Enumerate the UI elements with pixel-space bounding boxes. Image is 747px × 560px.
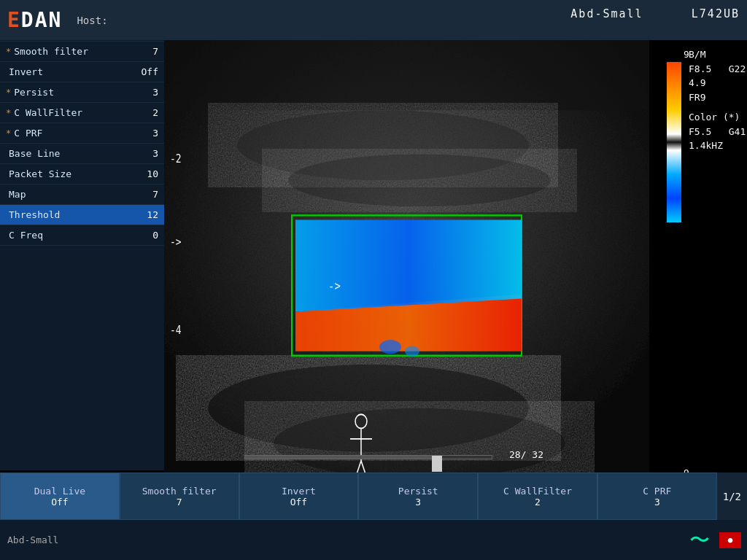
sidebar-item-c-freq[interactable]: C Freq0 [0,225,164,246]
menu-item-label: Smooth filter [14,46,136,57]
color-bar-container [667,47,681,480]
bottom-bar: Abd-Small 〜 ● [0,520,747,560]
f-value: F8.5 [689,63,711,74]
toolbar-btn-invert[interactable]: InvertOff [239,472,359,520]
depth-row: 4.9 FR9 [689,76,747,104]
sidebar-item-threshold[interactable]: Threshold12 [0,205,164,225]
svg-rect-3 [164,40,649,110]
menu-item-label: Invert [9,66,136,77]
toolbar-btn-value: 7 [177,497,182,508]
menu-item-value: 12 [136,209,158,220]
toolbar-btn-value: 2 [535,497,541,508]
toolbar-btn-label: Invert [282,486,316,497]
color-freq-row: F5.5 G41 [689,125,747,139]
wave-icon: 〜 [689,526,719,554]
probe-name: Abd-Small [570,7,643,20]
fr-value: FR9 [689,92,705,103]
sidebar-item-invert[interactable]: InvertOff [0,62,164,82]
sidebar-item-smooth-filter[interactable]: *Smooth filter7 [0,42,164,62]
menu-item-label: C PRF [14,128,136,139]
toolbar-btn-label: Persist [398,486,438,497]
svg-text:-4: -4 [170,324,182,336]
color-scale: 9 9 B/M F8.5 G22 4.9 FR9 Color (*) F5.5 … [663,40,747,487]
depth-slider-area[interactable]: 28/ 32 [244,449,492,465]
toolbar-btn-label: Smooth filter [142,486,217,497]
bottom-probe-label: Abd-Small [0,534,88,545]
probe-info: Abd-Small L742UB [570,7,740,20]
freq2-value: 1.4kHZ [689,140,723,151]
sidebar-item-packet-size[interactable]: Packet Size10 [0,164,164,184]
toolbar-btn-label: Dual Live [34,486,85,497]
menu-item-label: Map [9,189,136,200]
toolbar-btn-c-prf[interactable]: C PRF3 [597,472,717,520]
toolbar-btn-c-wallfilter[interactable]: C WallFilter2 [478,472,597,520]
toolbar-btn-smooth-filter[interactable]: Smooth filter7 [120,472,239,520]
freq2-row: 1.4kHZ [689,139,747,153]
depth-slider-value: 28/ 32 [509,449,543,460]
menu-item-label: C Freq [9,230,136,241]
svg-text:->: -> [328,279,341,293]
toolbar: Dual LiveOffSmooth filter7InvertOffPersi… [0,472,747,520]
menu-item-label: C WallFilter [14,107,136,118]
top-bar: EDAN Host: Abd-Small L742UB [0,0,747,40]
toolbar-page: 1/2 [717,472,747,520]
g-value: G22 [729,63,746,74]
menu-item-value: 3 [136,148,158,159]
host-label: Host: [77,15,107,26]
menu-item-value: 10 [136,168,158,179]
menu-item-value: 7 [136,46,158,57]
star-indicator: * [6,88,11,98]
cf-value: F5.5 [689,126,711,137]
color-label-row: Color (*) [689,110,747,125]
toolbar-btn-dual-live[interactable]: Dual LiveOff [0,472,120,520]
depth-slider-thumb[interactable] [432,456,442,472]
menu-item-label: Persist [14,87,136,98]
info-panel: B/M F8.5 G22 4.9 FR9 Color (*) F5.5 G41 … [689,47,747,153]
toolbar-btn-persist[interactable]: Persist3 [358,472,478,520]
mode-text: B/M [689,49,705,60]
toolbar-btn-value: 3 [415,497,421,508]
toolbar-btn-value: 3 [654,497,660,508]
menu-item-value: 7 [136,189,158,200]
depth-slider-track[interactable] [244,455,492,459]
svg-marker-10 [295,219,522,311]
depth-slider-fill [245,456,442,459]
toolbar-btn-label: C PRF [643,486,671,497]
depth-value-label: 4.9 [689,77,705,88]
color-mode-label: Color (*) [689,112,740,122]
svg-text:->: -> [170,236,182,248]
cg-value: G41 [729,126,746,137]
sidebar-item-base-line[interactable]: Base Line3 [0,144,164,164]
model-name: L742UB [692,7,740,20]
sidebar-item-c-wallfilter[interactable]: *C WallFilter2 [0,103,164,123]
us-canvas: -> -2 -> -4 [164,40,649,487]
sidebar-item-map[interactable]: Map7 [0,184,164,205]
record-indicator: ● [719,532,741,548]
mode-label: B/M [689,47,747,62]
sidebar-item-persist[interactable]: *Persist3 [0,82,164,103]
star-indicator: * [6,128,11,139]
menu-item-label: Base Line [9,148,136,159]
menu-item-label: Threshold [9,209,136,220]
menu-item-label: Packet Size [9,168,136,179]
menu-item-value: Off [136,66,158,77]
svg-point-5 [288,154,551,206]
toolbar-btn-value: Off [290,497,307,508]
sidebar-menu: *Dual LiveOff*Smooth filter7 InvertOff*P… [0,21,164,246]
menu-item-value: 0 [136,230,158,241]
toolbar-btn-label: C WallFilter [503,486,572,497]
svg-text:-2: -2 [170,152,182,165]
svg-point-12 [405,346,419,356]
frequency-row: F8.5 G22 [689,62,747,77]
us-svg-display: -> -2 -> -4 [164,40,649,487]
toolbar-btn-value: Off [51,497,68,508]
star-indicator: * [6,47,11,57]
svg-point-11 [379,340,401,354]
edan-logo: EDAN [7,8,62,32]
menu-item-value: 3 [136,87,158,98]
menu-item-value: 3 [136,128,158,139]
toolbar-buttons: Dual LiveOffSmooth filter7InvertOffPersi… [0,472,717,520]
menu-item-value: 2 [136,107,158,118]
sidebar-item-c-prf[interactable]: *C PRF3 [0,123,164,144]
svg-point-7 [274,408,565,478]
